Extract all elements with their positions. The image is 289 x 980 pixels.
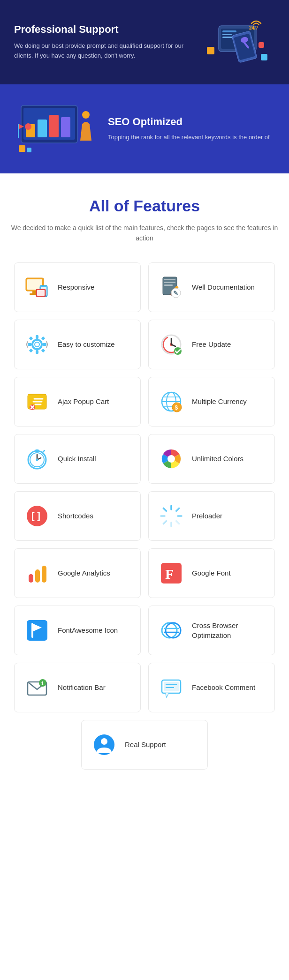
documentation-icon: ✎ [158, 274, 184, 300]
shortcodes-icon: [ ] [24, 503, 50, 529]
svg-rect-106 [164, 682, 179, 691]
feature-label-support: Real Support [125, 740, 166, 749]
svg-text:1: 1 [41, 680, 44, 686]
feature-card-customize: Easy to customize [14, 320, 141, 369]
feature-label-documentation: Well Documentation [192, 282, 255, 292]
feature-card-install: Quick Install [14, 434, 141, 484]
svg-rect-16 [38, 120, 47, 137]
pro-support-desc: We doing our best provide prompt and qua… [14, 41, 200, 61]
feature-label-install: Quick Install [58, 454, 96, 464]
svg-point-22 [25, 123, 31, 130]
feature-card-documentation: ✎ Well Documentation [148, 262, 275, 312]
responsive-icon [24, 274, 50, 300]
svg-line-87 [176, 521, 179, 524]
svg-rect-46 [43, 343, 46, 346]
svg-rect-21 [27, 148, 31, 152]
svg-rect-90 [29, 574, 33, 583]
svg-rect-20 [19, 145, 25, 152]
svg-rect-2 [222, 30, 236, 32]
svg-rect-50 [41, 349, 45, 352]
notification-icon: 1 [24, 674, 50, 701]
svg-line-89 [163, 521, 166, 524]
svg-rect-35 [164, 282, 175, 283]
svg-rect-23 [18, 124, 19, 138]
feature-card-fontawesome: FontAwesome Icon [14, 606, 141, 655]
svg-point-112 [101, 738, 107, 745]
svg-text:F: F [165, 566, 174, 582]
feature-label-responsive: Responsive [58, 282, 94, 292]
features-grid: Responsive ✎ Well Document [9, 262, 280, 712]
svg-rect-32 [37, 290, 45, 296]
svg-rect-18 [61, 117, 70, 137]
feature-card-currency: $ Multiple Currency [148, 377, 275, 426]
svg-rect-73 [35, 449, 39, 452]
customize-icon [24, 331, 50, 358]
svg-rect-36 [164, 284, 173, 286]
svg-point-19 [82, 111, 90, 119]
features-title: All of Features [9, 197, 280, 215]
browser-icon [158, 617, 184, 643]
seo-text: SEO Optimized Topping the rank for all t… [99, 116, 275, 142]
svg-point-42 [35, 342, 39, 347]
currency-icon: $ [158, 389, 184, 415]
feature-card-cart: Ajax Popup Cart [14, 377, 141, 426]
svg-rect-95 [27, 620, 47, 641]
svg-rect-91 [35, 569, 40, 583]
fontawesome-icon [24, 617, 50, 643]
feature-label-cart: Ajax Popup Cart [58, 396, 109, 406]
svg-rect-10 [259, 42, 264, 48]
facebook-icon [158, 674, 184, 701]
feature-card-analytics: Google Analytics [14, 548, 141, 598]
features-subtitle: We decided to make a quick list of the m… [9, 223, 280, 244]
feature-label-browser: Cross Browser Optimization [192, 621, 265, 640]
svg-rect-44 [36, 350, 38, 354]
colors-icon [158, 446, 184, 472]
feature-label-fontawesome: FontAwesome Icon [58, 625, 118, 635]
svg-point-79 [167, 455, 175, 463]
svg-line-88 [176, 508, 179, 511]
support-icon [91, 732, 117, 758]
feature-label-facebook: Facebook Comment [192, 682, 255, 692]
analytics-icon [24, 560, 50, 586]
svg-rect-9 [261, 54, 267, 60]
svg-text:✎: ✎ [173, 290, 178, 297]
svg-rect-8 [207, 47, 214, 54]
feature-card-responsive: Responsive [14, 262, 141, 312]
install-icon [24, 446, 50, 472]
feature-label-customize: Easy to customize [58, 339, 115, 349]
svg-rect-48 [41, 337, 45, 340]
feature-label-shortcodes: Shortcodes [58, 511, 93, 521]
feature-card-support: Real Support [81, 720, 208, 770]
feature-card-preloader: Preloader [148, 491, 275, 541]
update-icon [158, 331, 184, 358]
feature-label-currency: Multiple Currency [192, 396, 247, 406]
feature-card-browser: Cross Browser Optimization [148, 606, 275, 655]
seo-title: SEO Optimized [108, 116, 275, 128]
svg-rect-49 [29, 349, 33, 352]
svg-point-77 [36, 458, 38, 461]
svg-rect-92 [42, 566, 46, 583]
svg-line-74 [43, 450, 45, 452]
feature-label-font: Google Font [192, 568, 231, 578]
svg-text:[ ]: [ ] [31, 511, 40, 521]
feature-card-facebook: Facebook Comment [148, 663, 275, 712]
feature-label-update: Free Update [192, 339, 231, 349]
pro-support-section: Professional Support We doing our best p… [0, 0, 289, 84]
svg-rect-47 [29, 337, 33, 340]
features-grid-last: Real Support [9, 720, 280, 770]
pro-support-icon: 24/7 [200, 14, 275, 70]
feature-label-analytics: Google Analytics [58, 568, 110, 578]
feature-card-colors: Unlimited Colors [148, 434, 275, 484]
seo-section: SEO Optimized Topping the rank for all t… [0, 84, 289, 173]
pro-support-title: Professional Support [14, 23, 200, 36]
svg-point-99 [166, 623, 181, 638]
svg-line-86 [163, 508, 166, 511]
feature-card-font: F Google Font [148, 548, 275, 598]
svg-rect-17 [49, 115, 59, 137]
feature-label-preloader: Preloader [192, 511, 222, 521]
svg-text:24/7: 24/7 [249, 25, 259, 30]
feature-label-colors: Unlimited Colors [192, 454, 243, 464]
features-section: All of Features We decided to make a qui… [0, 173, 289, 784]
feature-card-shortcodes: [ ] Shortcodes [14, 491, 141, 541]
cart-icon [24, 389, 50, 415]
